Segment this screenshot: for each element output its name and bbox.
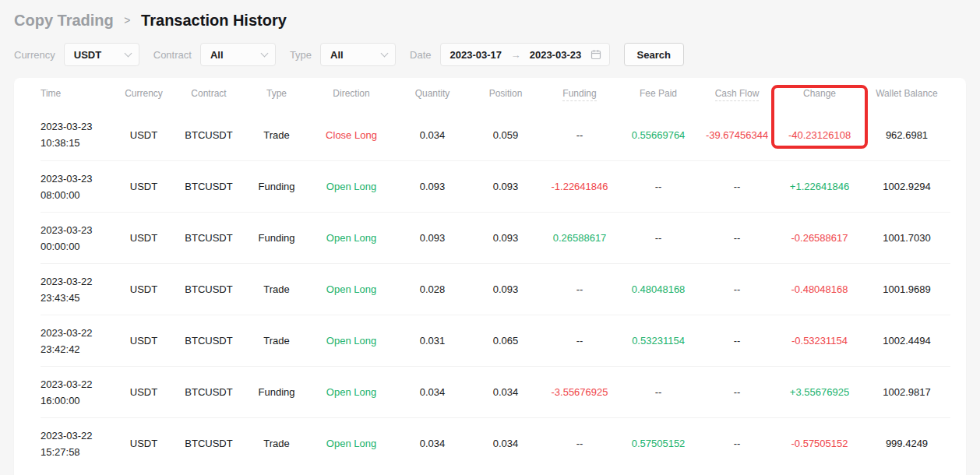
cell-change: +3.55676925	[776, 386, 863, 398]
type-select[interactable]: All	[320, 43, 396, 66]
cell-quantity: 0.034	[394, 386, 471, 398]
column-header-direction: Direction	[308, 88, 394, 99]
cell-funding: --	[541, 283, 619, 295]
table-header-row: TimeCurrencyContractTypeDirectionQuantit…	[41, 78, 950, 109]
date-range-picker[interactable]: 2023-03-17 → 2023-03-23	[440, 43, 610, 66]
cell-wallet-balance: 1001.9689	[863, 283, 950, 295]
date-filter-label: Date	[410, 49, 431, 61]
currency-filter-label: Currency	[14, 49, 55, 61]
cell-contract: BTCUSDT	[173, 335, 245, 347]
cell-position: 0.065	[471, 335, 541, 347]
table-row: 2023-03-22 23:43:45 USDT BTCUSDT Trade O…	[41, 263, 950, 315]
cell-cash-flow: --	[698, 438, 776, 449]
cell-time-date: 2023-03-23	[41, 118, 115, 135]
cell-time-clock: 10:38:15	[41, 135, 115, 151]
contract-filter-label: Contract	[153, 49, 192, 61]
cell-time-clock: 23:43:45	[41, 290, 115, 306]
cell-position: 0.093	[471, 181, 541, 192]
contract-select[interactable]: All	[200, 43, 276, 66]
cell-direction: Open Long	[308, 232, 394, 244]
cell-type: Trade	[245, 129, 308, 141]
cell-currency: USDT	[115, 181, 173, 192]
cell-time: 2023-03-22 23:42:42	[41, 325, 115, 357]
cell-time-clock: 08:00:00	[41, 187, 115, 203]
cell-quantity: 0.093	[394, 181, 471, 192]
cell-type: Funding	[245, 386, 308, 398]
date-end-value: 2023-03-23	[530, 49, 582, 61]
column-header-funding: Funding	[541, 88, 619, 99]
cell-change: -0.53231154	[776, 335, 863, 347]
cell-contract: BTCUSDT	[173, 129, 245, 141]
cell-time-clock: 15:27:58	[41, 444, 115, 460]
cell-position: 0.034	[471, 386, 541, 398]
cell-currency: USDT	[115, 232, 173, 244]
column-header-type: Type	[245, 88, 308, 99]
cell-time-clock: 16:00:00	[41, 392, 115, 409]
cell-funding: 0.26588617	[541, 232, 619, 244]
cell-contract: BTCUSDT	[173, 181, 245, 192]
cell-funding: --	[541, 438, 619, 449]
cell-funding: -3.55676925	[541, 386, 619, 398]
column-header-fee-paid: Fee Paid	[619, 88, 698, 99]
cell-direction: Open Long	[308, 283, 394, 295]
cell-change: -0.26588617	[776, 232, 863, 244]
cell-cash-flow: -39.67456344	[698, 129, 776, 141]
cell-direction: Open Long	[308, 386, 394, 398]
cell-wallet-balance: 962.6981	[863, 129, 950, 141]
cell-currency: USDT	[115, 129, 173, 141]
chevron-down-icon	[124, 49, 132, 57]
cell-quantity: 0.028	[394, 283, 471, 295]
cell-type: Trade	[245, 335, 308, 347]
cell-wallet-balance: 1002.9294	[863, 181, 950, 192]
cell-wallet-balance: 1002.9817	[863, 386, 950, 398]
cell-position: 0.034	[471, 438, 541, 449]
cell-direction: Open Long	[308, 181, 394, 192]
cell-time: 2023-03-22 16:00:00	[41, 376, 115, 409]
cell-cash-flow: --	[698, 335, 776, 347]
cell-wallet-balance: 999.4249	[863, 438, 950, 449]
cell-position: 0.093	[471, 283, 541, 295]
cell-funding: --	[541, 335, 619, 347]
column-header-quantity: Quantity	[394, 88, 471, 99]
cell-contract: BTCUSDT	[173, 283, 245, 295]
search-button[interactable]: Search	[624, 43, 684, 66]
breadcrumb: Copy Trading > Transaction History	[0, 0, 980, 31]
cell-direction: Close Long	[308, 129, 394, 141]
currency-select-value: USDT	[74, 49, 101, 61]
column-header-contract: Contract	[173, 88, 245, 99]
cell-time-date: 2023-03-22	[41, 325, 115, 341]
type-filter-label: Type	[290, 49, 312, 61]
cell-fee-paid: 0.57505152	[619, 438, 698, 449]
column-header-currency: Currency	[115, 88, 173, 99]
type-select-value: All	[330, 49, 344, 61]
cell-time-date: 2023-03-22	[41, 376, 115, 392]
breadcrumb-parent[interactable]: Copy Trading	[14, 12, 114, 29]
table-row: 2023-03-23 00:00:00 USDT BTCUSDT Funding…	[41, 212, 950, 263]
table-body: 2023-03-23 10:38:15 USDT BTCUSDT Trade C…	[41, 109, 950, 469]
table-row: 2023-03-22 23:42:42 USDT BTCUSDT Trade O…	[41, 315, 950, 366]
cell-wallet-balance: 1001.7030	[863, 232, 950, 244]
cell-funding: -1.22641846	[541, 181, 619, 192]
cell-time: 2023-03-23 08:00:00	[41, 171, 115, 203]
cell-wallet-balance: 1002.4494	[863, 335, 950, 347]
cell-currency: USDT	[115, 283, 173, 295]
cell-change: -40.23126108	[776, 129, 863, 141]
date-start-value: 2023-03-17	[450, 49, 502, 61]
cell-time-date: 2023-03-22	[41, 428, 115, 444]
calendar-icon	[590, 49, 601, 60]
chevron-down-icon	[381, 49, 389, 57]
table-row: 2023-03-23 10:38:15 USDT BTCUSDT Trade C…	[41, 109, 950, 160]
cell-time-clock: 23:42:42	[41, 341, 115, 357]
cell-currency: USDT	[115, 386, 173, 398]
cell-currency: USDT	[115, 438, 173, 449]
page-title: Transaction History	[141, 12, 287, 29]
cell-contract: BTCUSDT	[173, 232, 245, 244]
breadcrumb-separator: >	[124, 14, 130, 26]
filter-bar: Currency USDT Contract All Type All Date…	[0, 31, 980, 76]
date-range-arrow: →	[507, 49, 523, 61]
cell-contract: BTCUSDT	[173, 438, 245, 449]
cell-type: Funding	[245, 232, 308, 244]
chevron-down-icon	[260, 49, 268, 57]
cell-funding: --	[541, 129, 619, 141]
currency-select[interactable]: USDT	[64, 43, 139, 66]
